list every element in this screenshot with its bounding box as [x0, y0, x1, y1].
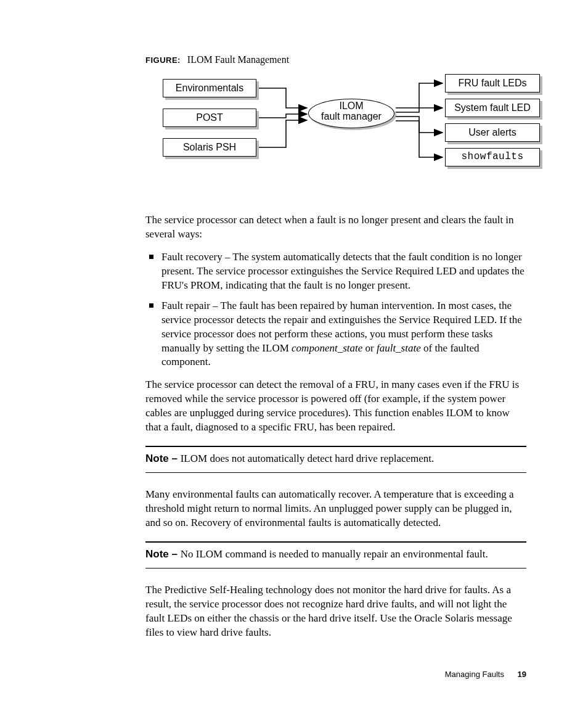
diagram-box-showfaults: showfaults	[445, 148, 540, 166]
diagram-oval-ilom-fault-manager: ILOM fault manager	[308, 99, 394, 128]
note-text: No ILOM command is needed to manually re…	[181, 548, 488, 560]
paragraph-fru-removal: The service processor can detect the rem…	[145, 378, 526, 435]
diagram-box-system-fault-led: System fault LED	[445, 99, 540, 117]
bullet-list: Fault recovery – The system automaticall…	[145, 250, 526, 370]
note-label: Note –	[145, 548, 181, 560]
bullet-lead: Fault recovery –	[161, 251, 232, 263]
diagram-oval-line1: ILOM	[339, 101, 363, 111]
note-env-fault: Note – No ILOM command is needed to manu…	[145, 541, 526, 568]
italic-fault-state: fault_state	[377, 342, 421, 354]
paragraph-psh: The Predictive Self-Healing technology d…	[145, 583, 526, 640]
bullet-fault-recovery: Fault recovery – The system automaticall…	[145, 250, 526, 293]
bullet-text-mid: or	[362, 342, 377, 354]
diagram-oval-line2: fault manager	[321, 111, 382, 121]
diagram-box-user-alerts: User alerts	[445, 123, 540, 142]
page: FIGURE: ILOM Fault Management Environmen…	[0, 0, 588, 706]
note-hard-drive-replacement: Note – ILOM does not automatically detec…	[145, 446, 526, 473]
diagram-box-environmentals: Environmentals	[163, 79, 256, 97]
italic-component-state: component_state	[292, 342, 362, 354]
bullet-fault-repair: Fault repair – The fault has been repair…	[145, 299, 526, 370]
figure-title: ILOM Fault Management	[187, 54, 289, 65]
ilom-diagram: Environmentals POST Solaris PSH ILOM fau…	[163, 74, 540, 185]
bullet-lead: Fault repair –	[161, 300, 221, 311]
diagram-box-post: POST	[163, 109, 256, 127]
paragraph-env-recover: Many environmental faults can automatica…	[145, 488, 526, 530]
paragraph-intro: The service processor can detect when a …	[145, 213, 526, 242]
note-text: ILOM does not automatically detect hard …	[181, 453, 435, 464]
diagram-box-fru-fault-leds: FRU fault LEDs	[445, 74, 540, 92]
note-label: Note –	[145, 453, 181, 464]
diagram-box-solaris-psh: Solaris PSH	[163, 138, 256, 157]
figure-caption: FIGURE: ILOM Fault Management	[145, 54, 526, 65]
page-footer: Managing Faults 19	[445, 670, 526, 679]
footer-page-number: 19	[518, 670, 526, 679]
figure-label: FIGURE:	[145, 55, 181, 65]
footer-section: Managing Faults	[445, 670, 504, 679]
